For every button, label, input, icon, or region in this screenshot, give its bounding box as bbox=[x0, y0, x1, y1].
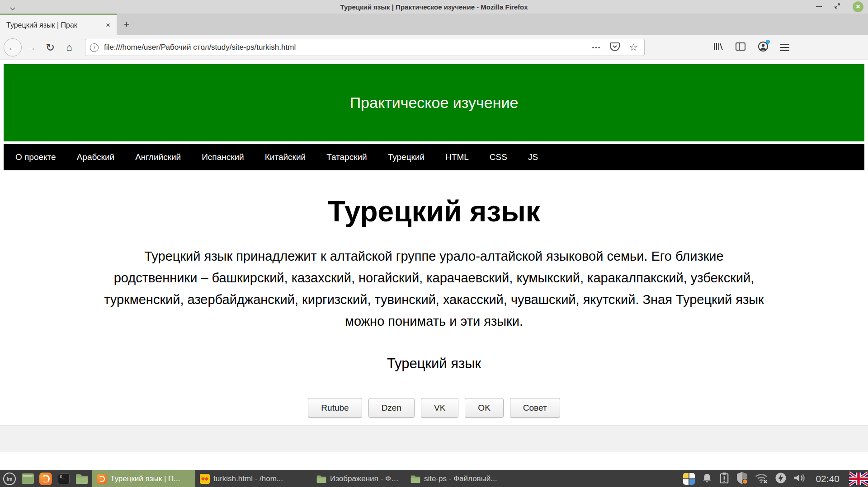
library-icon[interactable] bbox=[712, 42, 723, 53]
bookmark-star-icon[interactable]: ☆ bbox=[629, 42, 638, 53]
page-actions-icon[interactable]: ••• bbox=[592, 44, 601, 51]
site-nav-link-tatar[interactable]: Татарский bbox=[326, 152, 367, 162]
site-nav-link-html[interactable]: HTML bbox=[445, 152, 469, 162]
mint-menu-icon[interactable]: lm bbox=[3, 472, 16, 486]
task-file-manager-siteps[interactable]: site-ps - Файловый... bbox=[406, 470, 502, 487]
keyboard-layout-flag-icon[interactable] bbox=[849, 471, 868, 487]
window-title: Турецкий язык | Практическое изучение - … bbox=[0, 3, 868, 11]
site-nav: О проекте Арабский Английский Испанский … bbox=[4, 144, 864, 170]
restore-button[interactable] bbox=[834, 2, 841, 11]
account-icon[interactable] bbox=[758, 41, 769, 54]
site-nav-link-turkish[interactable]: Турецкий bbox=[388, 152, 425, 162]
chevron-down-icon[interactable] bbox=[10, 4, 15, 12]
folder-icon bbox=[316, 475, 326, 483]
back-icon[interactable]: ← bbox=[4, 38, 22, 56]
home-icon[interactable]: ⌂ bbox=[60, 38, 79, 57]
system-tray: 02:40 bbox=[683, 471, 868, 487]
site-footer bbox=[0, 425, 868, 452]
site-header: Практическое изучение bbox=[4, 64, 864, 141]
site-nav-link-english[interactable]: Английский bbox=[135, 152, 181, 162]
files-icon[interactable] bbox=[75, 472, 89, 486]
ok-button[interactable]: OK bbox=[465, 398, 503, 418]
site-title: Практическое изучение bbox=[350, 94, 519, 112]
notifications-bell-icon[interactable] bbox=[702, 473, 712, 485]
wifi-disconnected-icon[interactable] bbox=[755, 472, 768, 486]
taskbar: lm $_ Турецкий язык | П... turkish.html … bbox=[0, 470, 868, 487]
social-buttons-row: Rutube Dzen VK OK Совет bbox=[0, 398, 868, 418]
pocket-icon[interactable] bbox=[610, 42, 620, 53]
site-nav-link-chinese[interactable]: Китайский bbox=[265, 152, 306, 162]
site-nav-link-arabic[interactable]: Арабский bbox=[77, 152, 115, 162]
reload-icon[interactable]: ↻ bbox=[41, 38, 60, 57]
menu-icon[interactable] bbox=[780, 44, 789, 51]
browser-toolbar: ← → ↻ ⌂ i file:///home/user/Рабочий стол… bbox=[0, 35, 868, 60]
new-tab-button[interactable]: + bbox=[117, 14, 137, 35]
text-editor-icon bbox=[200, 474, 210, 484]
firefox-icon bbox=[97, 474, 107, 484]
page-title: Турецкий язык bbox=[0, 195, 868, 228]
apps-grid-icon[interactable] bbox=[683, 473, 695, 485]
site-nav-link-css[interactable]: CSS bbox=[490, 152, 507, 162]
page-viewport: Практическое изучение О проекте Арабский… bbox=[0, 61, 868, 470]
intro-paragraph: Турецкий язык принадлежит к алтайской гр… bbox=[102, 245, 766, 332]
tab-title: Турецкий язык | Прак bbox=[6, 21, 104, 29]
tab-active[interactable]: Турецкий язык | Прак × bbox=[0, 14, 117, 35]
close-button[interactable]: × bbox=[853, 1, 863, 12]
site-nav-link-js[interactable]: JS bbox=[528, 152, 538, 162]
task-firefox-window[interactable]: Турецкий язык | П... bbox=[92, 470, 195, 487]
clock[interactable]: 02:40 bbox=[816, 473, 840, 484]
desktop-screen: Турецкий язык | Практическое изучение - … bbox=[0, 0, 868, 487]
window-titlebar[interactable]: Турецкий язык | Практическое изучение - … bbox=[0, 0, 868, 14]
vk-button[interactable]: VK bbox=[421, 398, 458, 418]
sidebar-icon[interactable] bbox=[735, 42, 746, 53]
clipboard-alert-icon[interactable] bbox=[719, 472, 729, 486]
minimize-button[interactable] bbox=[816, 6, 822, 7]
account-notification-dot bbox=[766, 40, 770, 44]
task-text-editor[interactable]: turkish.html - /hom... bbox=[195, 470, 312, 487]
volume-icon[interactable] bbox=[793, 473, 807, 485]
page-subtitle: Турецкий язык bbox=[0, 356, 868, 372]
site-nav-link-about[interactable]: О проекте bbox=[15, 152, 56, 162]
dzen-button[interactable]: Dzen bbox=[368, 398, 415, 418]
tab-close-icon[interactable]: × bbox=[104, 21, 112, 30]
firefox-launcher-icon[interactable] bbox=[39, 472, 52, 486]
power-icon[interactable] bbox=[775, 472, 787, 486]
url-bar[interactable]: i file:///home/user/Рабочий стол/study/s… bbox=[85, 39, 645, 56]
task-file-manager-images[interactable]: Изображения - Фа... bbox=[312, 470, 406, 487]
url-input[interactable]: file:///home/user/Рабочий стол/study/sit… bbox=[104, 43, 592, 52]
folder-icon bbox=[410, 475, 420, 483]
show-desktop-icon[interactable] bbox=[21, 472, 34, 486]
rutube-button[interactable]: Rutube bbox=[308, 398, 362, 418]
sovet-button[interactable]: Совет bbox=[510, 398, 560, 418]
terminal-icon[interactable]: $_ bbox=[57, 472, 71, 486]
shield-update-icon[interactable] bbox=[736, 472, 748, 486]
site-nav-link-spanish[interactable]: Испанский bbox=[202, 152, 244, 162]
forward-icon[interactable]: → bbox=[22, 38, 41, 57]
tab-strip: Турецкий язык | Прак × + bbox=[0, 14, 868, 35]
site-info-icon[interactable]: i bbox=[90, 43, 99, 52]
